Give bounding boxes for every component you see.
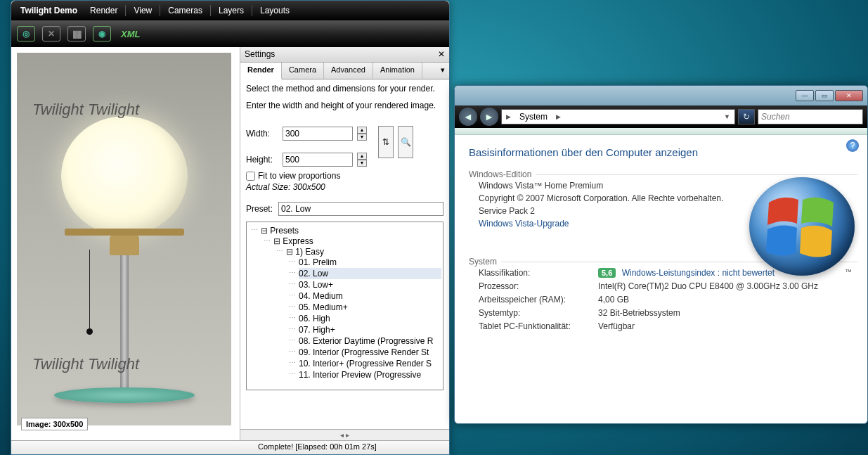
menu-render[interactable]: Render: [84, 6, 124, 15]
tab-animation[interactable]: Animation: [373, 63, 422, 79]
tree-express[interactable]: Express: [273, 236, 313, 246]
cpu-key: Prozessor:: [479, 281, 598, 291]
status-bar: Complete! [Elapsed: 00h 01m 27s]: [11, 440, 449, 454]
image-size-label: Image: 300x500: [21, 418, 88, 430]
status-text: Complete! [Elapsed: 00h 01m 27s]: [258, 442, 377, 451]
menu-layouts[interactable]: Layouts: [254, 6, 296, 15]
preset-item[interactable]: 06. High: [299, 313, 441, 324]
preset-item[interactable]: 11. Interior Preview (Progressive: [299, 369, 441, 380]
settings-tabs: Render Camera Advanced Animation ▾: [240, 63, 449, 79]
preset-item[interactable]: 03. Low+: [299, 279, 441, 290]
width-spinner[interactable]: ▲▼: [357, 127, 367, 141]
tab-advanced[interactable]: Advanced: [324, 63, 373, 79]
preset-item[interactable]: 08. Exterior Daytime (Progressive R: [299, 335, 441, 347]
type-key: Systemtyp:: [479, 308, 598, 318]
preset-label: Preset:: [246, 204, 273, 214]
width-input[interactable]: [283, 127, 353, 141]
nav-back-icon[interactable]: ◄: [459, 108, 477, 126]
settings-title: Settings: [245, 49, 275, 60]
tree-easy[interactable]: 1) Easy: [286, 247, 324, 257]
windows-logo: ™: [749, 177, 855, 276]
tabs-overflow-icon[interactable]: ▾: [436, 63, 449, 79]
pause-icon[interactable]: ▮▮: [67, 26, 86, 41]
edition-heading: Windows-Edition: [469, 169, 536, 179]
page-title: Basisinformationen über den Computer anz…: [469, 146, 857, 158]
disc-icon[interactable]: ◉: [93, 26, 111, 41]
toolbar: ◎ ✕ ▮▮ ◉ XML: [11, 20, 449, 47]
twilight-window: Twilight Demo Render View Cameras Layers…: [11, 0, 450, 455]
tab-camera[interactable]: Camera: [282, 63, 324, 79]
height-label: Height:: [246, 155, 278, 165]
preview-pane: Twilight Twilight Twilight Twilight Imag…: [11, 47, 240, 440]
ram-key: Arbeitsspeicher (RAM):: [479, 295, 598, 305]
actual-size: Actual Size: 300x500: [246, 182, 443, 192]
minimize-button[interactable]: —: [796, 90, 814, 101]
menubar: Twilight Demo Render View Cameras Layers…: [11, 1, 449, 20]
breadcrumb[interactable]: ▶ System ▶ ▼: [501, 109, 735, 124]
system-window: — ▭ ✕ ◄ ► ▶ System ▶ ▼ ↻ ? Basisinformat…: [454, 85, 868, 424]
fit-checkbox[interactable]: [246, 172, 255, 181]
settings-panel: Settings ✕ Render Camera Advanced Animat…: [240, 47, 449, 440]
preset-item[interactable]: 02. Low: [299, 268, 441, 279]
tablet-value: Verfügbar: [598, 321, 635, 331]
zoom-icon[interactable]: 🔍: [398, 126, 413, 158]
link-icon[interactable]: ⇅: [378, 126, 394, 158]
maximize-button[interactable]: ▭: [815, 90, 834, 101]
klass-key: Klassifikation:: [479, 268, 598, 278]
preset-item[interactable]: 07. High+: [299, 324, 441, 335]
menu-view[interactable]: View: [127, 6, 158, 15]
preset-item[interactable]: 09. Interior (Progressive Render St: [299, 347, 441, 358]
ram-value: 4,00 GB: [598, 295, 629, 305]
rating-badge: 5,6: [598, 268, 616, 278]
app-title: Twilight Demo: [14, 6, 84, 15]
breadcrumb-system[interactable]: System: [515, 112, 552, 122]
tab-render[interactable]: Render: [240, 63, 282, 79]
close-icon[interactable]: ✕: [438, 49, 445, 60]
tree-root[interactable]: Presets: [261, 226, 299, 236]
type-value: 32 Bit-Betriebssystem: [598, 308, 680, 318]
xml-button[interactable]: XML: [118, 26, 143, 41]
camera-icon[interactable]: ◎: [17, 26, 35, 41]
help-icon[interactable]: ?: [846, 139, 859, 152]
tm-mark: ™: [845, 268, 852, 276]
preset-item[interactable]: 01. Prelim: [299, 257, 441, 268]
chevron-icon[interactable]: ▶: [502, 113, 515, 120]
search-input[interactable]: [758, 109, 863, 124]
system-heading: System: [469, 257, 501, 267]
preset-item[interactable]: 10. Interior+ (Progressive Render S: [299, 358, 441, 369]
render-preview: Twilight Twilight Twilight Twilight: [17, 53, 231, 425]
intro-text-2: Enter the width and height of your rende…: [246, 101, 443, 110]
nav-bar: ◄ ► ▶ System ▶ ▼ ↻: [455, 105, 867, 128]
menu-cameras[interactable]: Cameras: [162, 6, 209, 15]
tablet-key: Tablet PC-Funktionalität:: [479, 321, 598, 331]
close-button[interactable]: ✕: [835, 90, 863, 101]
width-label: Width:: [246, 129, 278, 139]
cpu-value: Intel(R) Core(TM)2 Duo CPU E8400 @ 3.00G…: [598, 281, 818, 291]
fit-label: Fit to view proportions: [258, 171, 340, 181]
command-bar: [455, 128, 867, 135]
preset-tree[interactable]: Presets Express 1) Easy 01. Prelim02. Lo…: [246, 222, 443, 390]
breadcrumb-drop-icon[interactable]: ▼: [720, 113, 734, 120]
height-input[interactable]: [283, 153, 353, 167]
height-spinner[interactable]: ▲▼: [357, 153, 367, 167]
titlebar[interactable]: — ▭ ✕: [455, 86, 867, 105]
h-scrollbar[interactable]: ◂ ▸: [240, 429, 449, 440]
nav-fwd-icon[interactable]: ►: [480, 108, 498, 126]
refresh-icon[interactable]: ↻: [738, 109, 755, 124]
cancel-icon[interactable]: ✕: [42, 26, 60, 41]
preset-select[interactable]: [278, 202, 443, 216]
watermark: Twilight Twilight: [32, 101, 139, 119]
menu-layers[interactable]: Layers: [212, 6, 250, 15]
intro-text-1: Select the method and dimensions for you…: [246, 84, 443, 94]
preset-item[interactable]: 05. Medium+: [299, 302, 441, 313]
preset-item[interactable]: 04. Medium: [299, 290, 441, 302]
watermark: Twilight Twilight: [32, 355, 139, 373]
chevron-icon[interactable]: ▶: [552, 113, 565, 120]
